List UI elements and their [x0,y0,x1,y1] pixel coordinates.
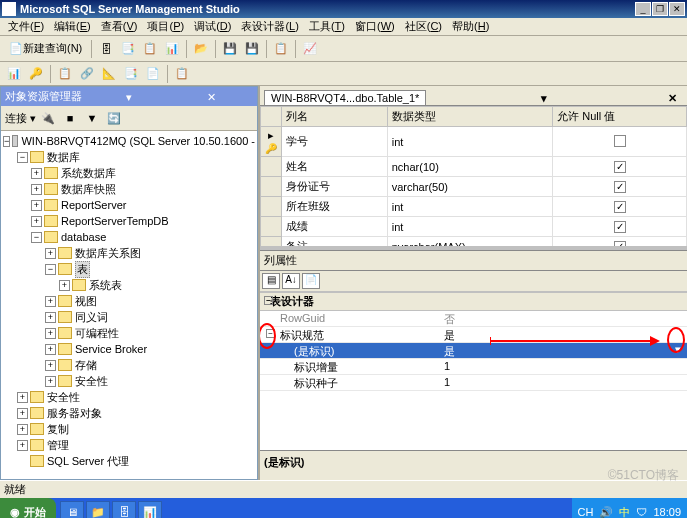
tree-reportserver[interactable]: ReportServer [61,199,126,211]
menu-debug[interactable]: 调试(D) [190,18,235,35]
tree-tables[interactable]: 表 [75,261,90,278]
toolbar-btn-2[interactable]: 📑 [118,39,138,59]
tray-icon[interactable]: 🛡 [636,506,647,518]
checkbox[interactable]: ✓ [614,181,626,193]
tb2-btn1[interactable]: 📊 [4,64,24,84]
tree-servicebroker[interactable]: Service Broker [75,343,147,355]
explorer-tb2[interactable]: ■ [60,108,80,128]
taskbar-item[interactable]: 🗄 [112,501,136,518]
expand-icon[interactable]: + [45,376,56,387]
explorer-tb3[interactable]: ▼ [82,108,102,128]
tree-synonyms[interactable]: 同义词 [75,310,108,325]
explorer-pin-button[interactable]: ▾ [88,91,171,103]
prop-category[interactable]: − 表设计器 [260,292,687,311]
new-query-button[interactable]: 📄 新建查询(N) [4,39,87,59]
expand-icon[interactable]: + [31,216,42,227]
expand-icon[interactable]: + [45,248,56,259]
tree-storage[interactable]: 存储 [75,358,97,373]
toolbar-btn-4[interactable]: 📊 [162,39,182,59]
expand-icon[interactable]: + [59,280,70,291]
table-row[interactable]: ▸🔑学号int [261,127,687,157]
tree-views[interactable]: 视图 [75,294,97,309]
expand-icon[interactable]: + [45,312,56,323]
explorer-tb4[interactable]: 🔄 [104,108,124,128]
col-header-name[interactable]: 列名 [282,107,388,127]
tree-snapshot[interactable]: 数据库快照 [61,182,116,197]
start-button[interactable]: ◉ 开始 [0,498,56,518]
prop-row-rowguid[interactable]: RowGuid否 [260,311,687,327]
expand-icon[interactable]: + [17,424,28,435]
tree-management[interactable]: 管理 [47,438,69,453]
prop-propertypages-button[interactable]: 📄 [302,273,320,289]
table-row[interactable]: 成绩int✓ [261,217,687,237]
menu-tabledesigner[interactable]: 表设计器(L) [237,18,302,35]
expand-icon[interactable]: + [31,168,42,179]
object-tree[interactable]: −WIN-B8RVQT412MQ (SQL Server 10.50.1600 … [1,131,257,479]
menu-community[interactable]: 社区(C) [401,18,446,35]
save-button[interactable]: 💾 [220,39,240,59]
prop-categorized-button[interactable]: ▤ [262,273,280,289]
toolbar-btn-3[interactable]: 📋 [140,39,160,59]
tb2-btn5[interactable]: 📐 [99,64,119,84]
connect-button[interactable]: 连接 ▾ [5,111,36,126]
expand-icon[interactable]: + [45,328,56,339]
menu-project[interactable]: 项目(P) [143,18,188,35]
checkbox[interactable] [614,135,626,147]
tree-root[interactable]: WIN-B8RVQT412MQ (SQL Server 10.50.1600 - [21,135,255,147]
maximize-button[interactable]: ❐ [652,2,668,16]
clock[interactable]: 18:09 [653,506,681,518]
tb2-btn4[interactable]: 🔗 [77,64,97,84]
table-designer-grid[interactable]: 列名 数据类型 允许 Null 值 ▸🔑学号int 姓名nchar(10)✓ 身… [260,106,687,246]
checkbox[interactable]: ✓ [614,161,626,173]
tb2-btn8[interactable]: 📋 [172,64,192,84]
expand-icon[interactable]: − [45,264,56,275]
tree-databases[interactable]: 数据库 [47,150,80,165]
tree-programmability[interactable]: 可编程性 [75,326,119,341]
col-header-null[interactable]: 允许 Null 值 [553,107,687,127]
table-row[interactable]: 所在班级int✓ [261,197,687,217]
prop-row-identity-seed[interactable]: 标识种子1 [260,375,687,391]
expand-icon[interactable]: − [17,152,28,163]
tree-database[interactable]: database [61,231,106,243]
row-selector[interactable] [261,157,282,177]
col-header-type[interactable]: 数据类型 [387,107,553,127]
collapse-icon[interactable]: − [264,296,273,305]
menu-window[interactable]: 窗口(W) [351,18,399,35]
tray-icon[interactable]: 🔊 [599,506,613,519]
menu-help[interactable]: 帮助(H) [448,18,493,35]
prop-alpha-button[interactable]: A↓ [282,273,300,289]
tray-icon[interactable]: 中 [619,505,630,519]
checkbox[interactable]: ✓ [614,201,626,213]
row-selector[interactable] [261,237,282,247]
tab-dropdown-button[interactable]: ▾ [535,92,553,105]
tb2-btn3[interactable]: 📋 [55,64,75,84]
taskbar-item[interactable]: 📁 [86,501,110,518]
checkbox[interactable]: ✓ [614,241,626,246]
open-button[interactable]: 📂 [191,39,211,59]
minimize-button[interactable]: _ [635,2,651,16]
prop-row-identity-increment[interactable]: 标识增量1 [260,359,687,375]
document-tab[interactable]: WIN-B8RVQT4...dbo.Table_1* [264,90,426,105]
expand-icon[interactable]: + [17,392,28,403]
expand-icon[interactable]: + [17,440,28,451]
row-selector[interactable]: ▸🔑 [261,127,282,157]
expand-icon[interactable]: + [45,296,56,307]
toolbar-btn-db[interactable]: 🗄 [96,39,116,59]
expand-icon[interactable]: − [31,232,42,243]
toolbar-btn-list[interactable]: 📋 [271,39,291,59]
menu-view[interactable]: 查看(V) [97,18,142,35]
expand-icon[interactable]: + [45,344,56,355]
menu-file[interactable]: 文件(F) [4,18,48,35]
expand-icon[interactable]: + [17,408,28,419]
tree-sys-tables[interactable]: 系统表 [89,278,122,293]
expand-icon[interactable]: + [31,184,42,195]
menu-edit[interactable]: 编辑(E) [50,18,95,35]
tb2-btn2[interactable]: 🔑 [26,64,46,84]
activity-button[interactable]: 📈 [300,39,320,59]
taskbar-item[interactable]: 📊 [138,501,162,518]
close-button[interactable]: ✕ [669,2,685,16]
row-selector[interactable] [261,177,282,197]
table-row[interactable]: 备注nvarchar(MAX)✓ [261,237,687,247]
expand-icon[interactable]: + [45,360,56,371]
table-row[interactable]: 身份证号varchar(50)✓ [261,177,687,197]
